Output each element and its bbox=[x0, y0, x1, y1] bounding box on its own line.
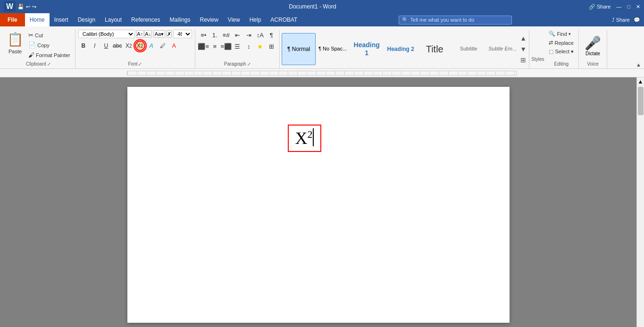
editing-label: Editing bbox=[554, 61, 569, 67]
find-button[interactable]: 🔍 Find ▾ bbox=[547, 30, 576, 38]
styles-group-label-container: Styles bbox=[529, 57, 544, 68]
style-subtitle-preview: Subtitle bbox=[460, 46, 477, 52]
select-label: Select ▾ bbox=[555, 49, 574, 55]
subscript-button[interactable]: X2 bbox=[124, 41, 134, 51]
styles-expand[interactable]: ⊞ bbox=[519, 54, 527, 65]
replace-button[interactable]: ⇄ Replace bbox=[547, 39, 576, 47]
copy-button[interactable]: 📄 Copy bbox=[26, 41, 72, 50]
align-right-button[interactable]: ≡⬛ bbox=[221, 41, 231, 51]
clipboard-expand-icon[interactable]: ⤢ bbox=[47, 62, 51, 67]
borders-button[interactable]: ⊞ bbox=[266, 41, 276, 51]
collapse-ribbon-icon[interactable]: ▲ bbox=[636, 62, 641, 67]
font-color-button[interactable]: A bbox=[169, 41, 179, 51]
select-button[interactable]: ⬚ Select ▾ bbox=[547, 48, 576, 56]
styles-scroll-down[interactable]: ▼ bbox=[519, 44, 527, 55]
paste-button[interactable]: 📋 Paste bbox=[5, 30, 25, 55]
style-subtle-em-preview: Subtle Em... bbox=[488, 46, 517, 52]
decrease-font-button[interactable]: A↓ bbox=[144, 30, 152, 38]
show-formatting-button[interactable]: ¶ bbox=[266, 30, 276, 40]
strikethrough-button[interactable]: abc bbox=[112, 41, 123, 51]
shading-button[interactable]: ■ bbox=[255, 41, 265, 51]
menu-file[interactable]: File bbox=[0, 13, 25, 26]
scroll-up-button[interactable]: ▲ bbox=[637, 77, 644, 86]
numbering-button[interactable]: 1. bbox=[209, 30, 220, 40]
text-highlight-button[interactable]: 🖊 bbox=[158, 41, 168, 51]
align-center-button[interactable]: ≡ bbox=[209, 41, 220, 51]
share-icon[interactable]: 🔗 Share bbox=[589, 4, 611, 10]
title-bar: W 💾 ↩ ↪ Document1 - Word 🔗 Share — □ ✕ bbox=[0, 0, 644, 13]
style-subtle-em[interactable]: Subtle Em... bbox=[485, 33, 519, 65]
quick-access-save[interactable]: 💾 bbox=[17, 4, 24, 10]
style-normal[interactable]: ¶ Normal bbox=[282, 33, 316, 65]
quick-access-undo[interactable]: ↩ bbox=[26, 4, 30, 10]
font-name-select[interactable]: Calibri (Body) bbox=[78, 30, 135, 38]
decrease-indent-button[interactable]: ⇤ bbox=[232, 30, 243, 40]
superscript-button[interactable]: X2 bbox=[135, 41, 145, 51]
line-spacing-button[interactable]: ↕ bbox=[243, 41, 254, 51]
document-container[interactable]: X 2 bbox=[0, 77, 636, 327]
style-heading2-preview: Heading 2 bbox=[387, 46, 414, 52]
close-icon[interactable]: ✕ bbox=[636, 4, 640, 10]
main-content: X 2 ▲ ▼ Page 1 of 1 1 word ♿ 📄 🌐 − bbox=[0, 69, 644, 327]
share-button[interactable]: ⤴ Share bbox=[612, 17, 630, 23]
menu-layout[interactable]: Layout bbox=[100, 13, 126, 26]
format-painter-button[interactable]: 🖌 Format Painter bbox=[26, 50, 72, 59]
find-label: Find bbox=[557, 31, 567, 37]
font-controls: Calibri (Body) A↑ A↓ Aa▾ ✗ 48 B I U abc … bbox=[78, 30, 192, 61]
ribbon-collapse[interactable]: ▲ bbox=[635, 61, 642, 68]
font-size-select[interactable]: 48 bbox=[173, 30, 192, 38]
menu-view[interactable]: View bbox=[223, 13, 245, 26]
scroll-thumb[interactable] bbox=[638, 87, 644, 115]
search-placeholder: Tell me what you want to do bbox=[410, 17, 475, 23]
search-wrapper[interactable]: 🔍 Tell me what you want to do bbox=[399, 16, 512, 25]
style-no-spacing[interactable]: ¶ No Spac... bbox=[316, 33, 350, 65]
dictate-button[interactable]: 🎤 Dictate bbox=[582, 34, 604, 57]
increase-font-button[interactable]: A↑ bbox=[136, 30, 144, 38]
bold-button[interactable]: B bbox=[78, 41, 89, 51]
style-heading2[interactable]: Heading 2 bbox=[384, 33, 418, 65]
menu-home[interactable]: Home bbox=[25, 13, 50, 26]
text-effects-button[interactable]: A bbox=[146, 41, 157, 51]
vertical-scrollbar[interactable]: ▲ ▼ bbox=[636, 77, 644, 327]
cut-button[interactable]: ✂ Cut bbox=[26, 31, 72, 40]
copy-icon: 📄 bbox=[28, 42, 36, 49]
justify-button[interactable]: ☰ bbox=[232, 41, 243, 51]
paste-icon: 📋 bbox=[8, 31, 23, 48]
menu-acrobat[interactable]: ACROBAT bbox=[266, 13, 302, 26]
quick-access-redo[interactable]: ↪ bbox=[32, 4, 36, 10]
styles-scroll-up[interactable]: ▲ bbox=[519, 33, 527, 44]
style-heading1[interactable]: Heading 1 bbox=[350, 33, 384, 65]
font-expand-icon[interactable]: ⤢ bbox=[138, 62, 142, 67]
multilevel-button[interactable]: ≡# bbox=[221, 30, 231, 40]
cut-icon: ✂ bbox=[28, 32, 33, 39]
menu-help[interactable]: Help bbox=[245, 13, 266, 26]
menu-insert[interactable]: Insert bbox=[50, 13, 73, 26]
menu-mailings[interactable]: Mailings bbox=[165, 13, 195, 26]
sort-button[interactable]: ↕A bbox=[255, 30, 265, 40]
italic-button[interactable]: I bbox=[90, 41, 100, 51]
copy-label: Copy bbox=[37, 42, 50, 48]
increase-indent-button[interactable]: ⇥ bbox=[243, 30, 254, 40]
document-title: Document1 - Word bbox=[289, 3, 336, 10]
paragraph-controls: ≡• 1. ≡# ⇤ ⇥ ↕A ¶ ⬛≡ ≡ ≡⬛ ☰ ↕ ■ ⊞ bbox=[198, 30, 276, 61]
clipboard-small-buttons: ✂ Cut 📄 Copy 🖌 Format Painter bbox=[26, 31, 72, 59]
minimize-icon[interactable]: — bbox=[616, 4, 621, 9]
paragraph-expand-icon[interactable]: ⤢ bbox=[247, 62, 251, 67]
find-dropdown-icon: ▾ bbox=[569, 32, 571, 36]
comments-icon[interactable]: 💬 bbox=[634, 17, 640, 23]
style-subtitle[interactable]: Subtitle bbox=[452, 33, 485, 65]
style-title[interactable]: Title bbox=[418, 33, 452, 65]
change-case-button[interactable]: Aa▾ bbox=[153, 30, 165, 38]
menu-references[interactable]: References bbox=[126, 13, 165, 26]
menu-review[interactable]: Review bbox=[195, 13, 223, 26]
underline-button[interactable]: U bbox=[101, 41, 111, 51]
cut-label: Cut bbox=[35, 33, 43, 38]
bullets-button[interactable]: ≡• bbox=[198, 30, 209, 40]
styles-gallery: ¶ Normal ¶ No Spac... Heading 1 Heading … bbox=[282, 33, 519, 65]
ribbon: 📋 Paste ✂ Cut 📄 Copy 🖌 Format Painter bbox=[0, 26, 644, 69]
clear-format-button[interactable]: ✗ bbox=[167, 30, 172, 38]
menu-bar: File Home Insert Design Layout Reference… bbox=[0, 13, 644, 26]
align-left-button[interactable]: ⬛≡ bbox=[198, 41, 209, 51]
maximize-icon[interactable]: □ bbox=[627, 4, 630, 9]
menu-design[interactable]: Design bbox=[73, 13, 100, 26]
